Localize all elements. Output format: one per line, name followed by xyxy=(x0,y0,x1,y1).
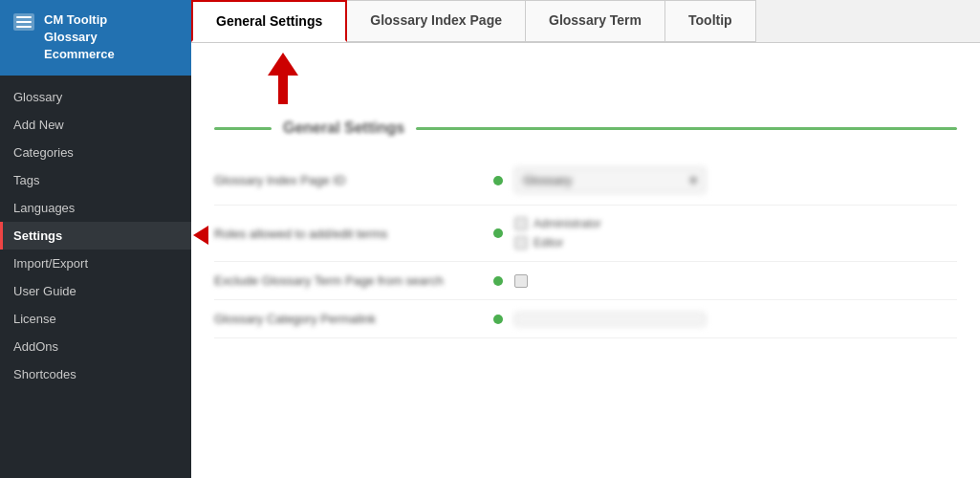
settings-row: Exclude Glossary Term Page from search xyxy=(214,262,957,300)
arrow-left-icon xyxy=(193,226,208,245)
settings-control: Glossary ▾ xyxy=(514,167,957,193)
settings-control xyxy=(514,313,957,326)
sidebar-item-glossary[interactable]: Glossary xyxy=(0,83,191,111)
settings-label: Glossary Category Permalink xyxy=(214,312,482,326)
settings-row: Glossary Index Page ID Glossary ▾ xyxy=(214,156,957,206)
required-indicator xyxy=(493,315,503,324)
tab-tooltip[interactable]: Tooltip xyxy=(664,0,756,42)
sidebar-item-tags[interactable]: Tags xyxy=(0,166,191,194)
sidebar-item-addons[interactable]: AddOns xyxy=(0,333,191,360)
settings-row: Glossary Category Permalink xyxy=(214,300,957,338)
sidebar-brand: CM Tooltip Glossary Ecommerce xyxy=(0,0,191,76)
arrow-up-stem xyxy=(278,76,288,104)
settings-label: Glossary Index Page ID xyxy=(214,173,482,187)
editor-checkbox[interactable] xyxy=(514,236,528,250)
tab-general-settings[interactable]: General Settings xyxy=(191,0,347,42)
sidebar-item-license[interactable]: License xyxy=(0,305,191,333)
sidebar-item-settings[interactable]: Settings xyxy=(0,222,191,250)
sidebar-item-languages[interactable]: Languages xyxy=(0,194,191,222)
settings-control: Administrator Editor xyxy=(514,217,957,250)
brand-icon xyxy=(13,13,34,31)
section-line-left xyxy=(214,127,272,130)
tab-glossary-term[interactable]: Glossary Term xyxy=(525,0,665,42)
settings-row: Roles allowed to add/edit terms Administ… xyxy=(214,206,957,262)
admin-checkbox-row: Administrator xyxy=(514,217,957,230)
section-title: General Settings xyxy=(283,120,404,137)
main-content: General SettingsGlossary Index PageGloss… xyxy=(191,0,980,478)
page-body: General Settings Glossary Index Page ID … xyxy=(191,43,980,478)
sidebar-item-user-guide[interactable]: User Guide xyxy=(0,277,191,305)
required-indicator xyxy=(493,276,503,286)
section-line-right xyxy=(416,127,957,130)
sidebar-item-add-new[interactable]: Add New xyxy=(0,111,191,139)
category-permalink-input[interactable] xyxy=(514,313,706,326)
arrow-up-annotation xyxy=(268,53,298,104)
settings-rows-container: Glossary Index Page ID Glossary ▾ Roles … xyxy=(214,156,957,338)
exclude-checkbox[interactable] xyxy=(514,274,528,288)
sidebar-item-import-export[interactable]: Import/Export xyxy=(0,250,191,277)
required-indicator xyxy=(493,228,503,238)
tabs-bar: General SettingsGlossary Index PageGloss… xyxy=(191,0,980,43)
glossary-index-page-id-select[interactable]: Glossary ▾ xyxy=(514,167,706,193)
arrow-up-icon xyxy=(268,53,298,76)
section-heading-row: General Settings xyxy=(214,120,957,137)
editor-label: Editor xyxy=(534,236,563,250)
editor-checkbox-row: Editor xyxy=(514,236,957,250)
admin-checkbox[interactable] xyxy=(514,217,528,230)
sidebar-item-shortcodes[interactable]: Shortcodes xyxy=(0,360,191,388)
admin-label: Administrator xyxy=(534,217,601,230)
tab-glossary-index-page[interactable]: Glossary Index Page xyxy=(346,0,526,42)
brand-name: CM Tooltip Glossary Ecommerce xyxy=(44,11,115,64)
required-indicator xyxy=(493,176,503,185)
settings-label: Roles allowed to add/edit terms xyxy=(214,227,482,241)
settings-control xyxy=(514,274,957,288)
sidebar-navigation: GlossaryAdd NewCategoriesTagsLanguagesSe… xyxy=(0,76,191,478)
settings-label: Exclude Glossary Term Page from search xyxy=(214,273,482,288)
sidebar-item-categories[interactable]: Categories xyxy=(0,139,191,166)
sidebar: CM Tooltip Glossary Ecommerce GlossaryAd… xyxy=(0,0,191,478)
